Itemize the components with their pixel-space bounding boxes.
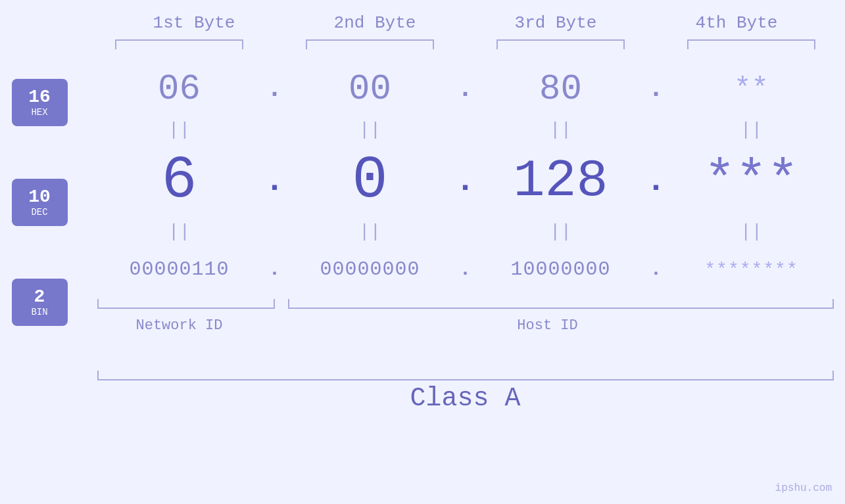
bin-row: 00000110 . 00000000 . 10000000 . *******… xyxy=(97,243,834,296)
bin-val-2: 00000000 xyxy=(320,258,420,281)
spacer3 xyxy=(643,39,669,53)
hex-val-1-cell: 06 xyxy=(97,69,262,109)
bin-val-3-cell: 10000000 xyxy=(479,258,643,281)
bin-val-2-cell: 00000000 xyxy=(288,258,452,281)
hex-badge: 16 HEX xyxy=(12,79,68,126)
page-container: 1st Byte 2nd Byte 3rd Byte 4th Byte 16 H… xyxy=(0,0,845,504)
dec-badge-label: DEC xyxy=(31,207,47,218)
bottom-bracket-host xyxy=(288,299,834,309)
bin-badge: 2 BIN xyxy=(12,279,68,326)
hex-badge-num: 16 xyxy=(28,87,51,108)
eq1-2: || xyxy=(288,120,452,140)
network-id-label: Network ID xyxy=(97,317,262,334)
bracket-cell-4 xyxy=(669,39,834,53)
byte4-header: 4th Byte xyxy=(654,13,819,33)
bin-val-4: ******** xyxy=(704,260,798,280)
data-area: 06 . 00 . 80 . ** || || xyxy=(97,59,834,334)
hex-badge-label: HEX xyxy=(31,107,47,118)
dot-7: . xyxy=(262,258,288,281)
bin-val-3: 10000000 xyxy=(510,258,610,281)
dec-val-2-cell: 0 xyxy=(288,147,452,214)
dec-row: 6 . 0 . 128 . *** xyxy=(97,141,834,220)
equals-row-2: || || || || xyxy=(97,220,834,243)
eq1-3: || xyxy=(479,120,643,140)
byte-headers-row: 1st Byte 2nd Byte 3rd Byte 4th Byte xyxy=(104,13,827,33)
dec-badge-num: 10 xyxy=(28,187,51,208)
dec-val-2: 0 xyxy=(352,147,387,214)
bin-val-4-cell: ******** xyxy=(669,260,834,280)
bottom-spacer1 xyxy=(275,299,288,312)
eq2-3: || xyxy=(479,221,643,242)
dec-badge: 10 DEC xyxy=(12,179,68,226)
eq1-1: || xyxy=(97,120,262,140)
eq2-1: || xyxy=(97,221,262,242)
hex-val-2: 00 xyxy=(349,69,391,109)
spacer1 xyxy=(262,39,288,53)
bracket-cell-2 xyxy=(288,39,452,53)
dec-val-1-cell: 6 xyxy=(97,147,262,214)
dot-2: . xyxy=(452,74,479,104)
dec-val-1: 6 xyxy=(161,147,197,214)
hex-val-2-cell: 00 xyxy=(288,69,452,109)
bottom-brackets xyxy=(97,299,834,312)
hex-val-4: ** xyxy=(734,72,769,105)
dot-5: . xyxy=(452,162,479,200)
dec-val-3: 128 xyxy=(513,151,608,211)
top-brackets xyxy=(97,39,834,53)
dot-6: . xyxy=(643,162,669,200)
top-bracket-2 xyxy=(306,39,434,49)
labels-column: 16 HEX 10 DEC 2 BIN xyxy=(12,59,97,365)
dec-val-4: *** xyxy=(704,151,798,211)
class-section: Class A xyxy=(97,371,834,413)
top-bracket-1 xyxy=(115,39,243,49)
dot-1: . xyxy=(262,74,288,104)
dec-val-3-cell: 128 xyxy=(479,151,643,211)
watermark: ipshu.com xyxy=(775,482,832,494)
top-bracket-3 xyxy=(496,39,625,49)
dot-8: . xyxy=(452,258,479,281)
id-labels: Network ID Host ID xyxy=(97,317,834,334)
dot-9: . xyxy=(643,258,669,281)
bin-val-1-cell: 00000110 xyxy=(97,258,262,281)
byte3-header: 3rd Byte xyxy=(473,13,638,33)
class-label: Class A xyxy=(410,384,520,413)
spacer2 xyxy=(452,39,479,53)
hex-val-3-cell: 80 xyxy=(479,69,643,109)
eq1-4: || xyxy=(669,120,834,140)
byte1-header: 1st Byte xyxy=(112,13,276,33)
equals-row-1: || || || || xyxy=(97,118,834,141)
eq2-4: || xyxy=(669,221,834,242)
eq2-2: || xyxy=(288,221,452,242)
bin-badge-label: BIN xyxy=(31,307,47,317)
dec-val-4-cell: *** xyxy=(669,151,834,211)
hex-row: 06 . 00 . 80 . ** xyxy=(97,59,834,118)
bottom-bracket-network xyxy=(97,299,275,309)
dot-3: . xyxy=(643,74,669,104)
dot-4: . xyxy=(262,162,288,200)
bottom-full-bracket xyxy=(97,371,834,380)
host-id-label: Host ID xyxy=(262,317,834,334)
bracket-cell-3 xyxy=(479,39,643,53)
bin-badge-num: 2 xyxy=(34,287,45,308)
hex-val-1: 06 xyxy=(158,69,201,109)
bracket-cell-1 xyxy=(97,39,262,53)
top-bracket-4 xyxy=(687,39,815,49)
hex-val-4-cell: ** xyxy=(669,72,834,105)
byte2-header: 2nd Byte xyxy=(293,13,457,33)
main-area: 16 HEX 10 DEC 2 BIN 06 . 00 xyxy=(12,59,834,365)
bin-val-1: 00000110 xyxy=(129,258,229,281)
hex-val-3: 80 xyxy=(539,69,582,109)
